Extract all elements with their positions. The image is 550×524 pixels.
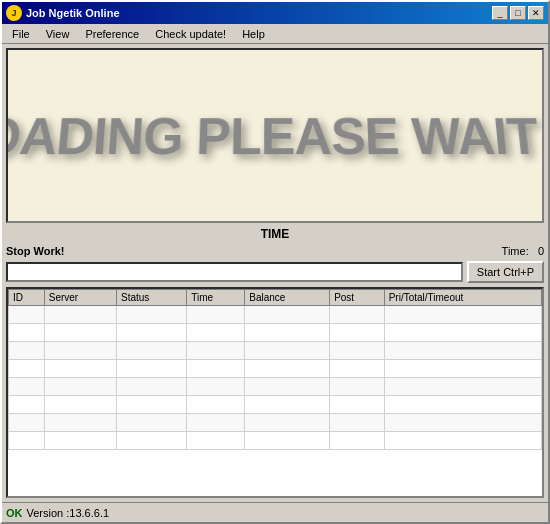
- col-status: Status: [117, 290, 187, 306]
- menu-view[interactable]: View: [38, 26, 78, 42]
- title-bar: J Job Ngetik Online _ □ ✕: [2, 2, 548, 24]
- close-button[interactable]: ✕: [528, 6, 544, 20]
- banner-text: LOADING PLEASE WAIT !!!: [6, 106, 544, 166]
- main-table: ID Server Status Time Balance Post Pri/T…: [8, 289, 542, 450]
- main-window: J Job Ngetik Online _ □ ✕ File View Pref…: [0, 0, 550, 524]
- table-row: [9, 432, 542, 450]
- col-server: Server: [44, 290, 116, 306]
- window-controls: _ □ ✕: [492, 6, 544, 20]
- table-row: [9, 414, 542, 432]
- time-section: TIME: [6, 223, 544, 243]
- menu-help[interactable]: Help: [234, 26, 273, 42]
- window-title: Job Ngetik Online: [26, 7, 492, 19]
- table-row: [9, 378, 542, 396]
- stop-work-label: Stop Work!: [6, 245, 64, 257]
- main-content: LOADING PLEASE WAIT !!! TIME Stop Work! …: [2, 44, 548, 502]
- table-row: [9, 306, 542, 324]
- minimize-button[interactable]: _: [492, 6, 508, 20]
- col-post: Post: [330, 290, 385, 306]
- menu-check-update[interactable]: Check update!: [147, 26, 234, 42]
- table-row: [9, 360, 542, 378]
- progress-row: Start Ctrl+P: [6, 259, 544, 285]
- table-row: [9, 396, 542, 414]
- table-row: [9, 324, 542, 342]
- status-bar: OK Version :13.6.6.1: [2, 502, 548, 522]
- table-row: [9, 342, 542, 360]
- table-header-row: ID Server Status Time Balance Post Pri/T…: [9, 290, 542, 306]
- time-label: TIME: [261, 227, 290, 241]
- control-row: Stop Work! Time: 0: [6, 243, 544, 259]
- time-display: Time: 0: [502, 245, 544, 257]
- progress-bar: [6, 262, 463, 282]
- status-version: Version :13.6.6.1: [27, 507, 110, 519]
- status-ok: OK: [6, 507, 23, 519]
- time-value: 0: [538, 245, 544, 257]
- menu-bar: File View Preference Check update! Help: [2, 24, 548, 44]
- maximize-button[interactable]: □: [510, 6, 526, 20]
- banner-area: LOADING PLEASE WAIT !!!: [6, 48, 544, 223]
- window-icon: J: [6, 5, 22, 21]
- col-pri-total-timeout: Pri/Total/Timeout: [384, 290, 541, 306]
- table-container: ID Server Status Time Balance Post Pri/T…: [6, 287, 544, 498]
- time-prefix: Time:: [502, 245, 529, 257]
- menu-preference[interactable]: Preference: [77, 26, 147, 42]
- col-id: ID: [9, 290, 45, 306]
- col-balance: Balance: [245, 290, 330, 306]
- menu-file[interactable]: File: [4, 26, 38, 42]
- start-button[interactable]: Start Ctrl+P: [467, 261, 544, 283]
- col-time: Time: [187, 290, 245, 306]
